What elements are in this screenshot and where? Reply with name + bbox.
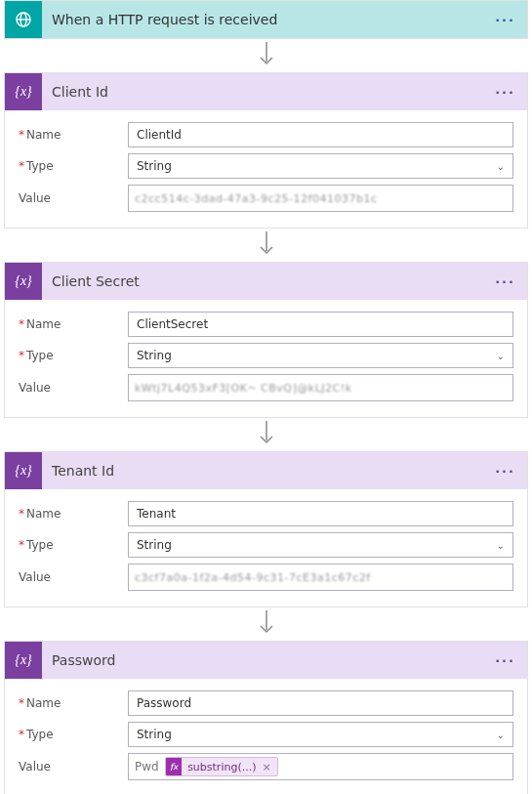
card-menu-button[interactable]: ··· (493, 460, 517, 482)
arrow-down-icon (258, 610, 275, 638)
variable-card[interactable]: {x}Tenant Id···*Name*TypeString⌄Valuec3c… (4, 451, 528, 607)
arrow-down-icon (258, 421, 275, 448)
token-remove-button[interactable]: × (260, 761, 276, 773)
connector (0, 229, 532, 262)
name-label: *Name (19, 128, 128, 142)
arrow-down-icon (258, 231, 275, 259)
connector (0, 418, 532, 451)
fx-icon: fx (166, 758, 182, 775)
variable-icon: {x} (5, 452, 42, 489)
type-label: *Type (19, 538, 128, 552)
name-label: *Name (19, 696, 128, 710)
card-menu-button[interactable]: ··· (493, 649, 517, 672)
value-label: Value (19, 760, 128, 773)
value-input[interactable]: kWtj7L4Q53xF3[OK~ CBvQ]@kLJ2C!k (128, 374, 513, 401)
variable-card[interactable]: {x}Client Id···*Name*TypeString⌄Valuec2c… (4, 72, 528, 229)
variable-card-title: Password (42, 652, 493, 668)
connector (0, 607, 532, 641)
type-label: *Type (19, 349, 128, 362)
chevron-down-icon: ⌄ (497, 351, 505, 361)
value-input[interactable]: c3cf7a0a-1f2a-4d54-9c31-7cE3a1c67c2f (128, 564, 513, 591)
name-input[interactable] (128, 690, 513, 716)
type-label: *Type (19, 728, 128, 741)
trigger-title: When a HTTP request is received (42, 12, 493, 27)
variable-card[interactable]: {x}Client Secret···*Name*TypeString⌄Valu… (4, 262, 528, 418)
card-menu-button[interactable]: ··· (493, 271, 517, 293)
variable-icon: {x} (5, 73, 42, 110)
variable-card[interactable]: {x}Password···*Name*TypeString⌄ValuePwdf… (4, 641, 528, 794)
type-select[interactable]: String⌄ (128, 532, 513, 558)
type-select[interactable]: String⌄ (128, 722, 513, 747)
variable-card-title: Tenant Id (42, 463, 493, 479)
type-select[interactable]: String⌄ (128, 343, 513, 368)
name-label: *Name (19, 507, 128, 521)
variable-card-title: Client Id (42, 84, 493, 100)
name-label: *Name (19, 317, 128, 331)
name-input[interactable] (128, 312, 513, 337)
name-input[interactable] (128, 122, 513, 147)
name-input[interactable] (128, 501, 513, 526)
chevron-down-icon: ⌄ (497, 161, 505, 172)
value-label: Value (19, 191, 128, 205)
variable-icon: {x} (5, 642, 42, 679)
globe-http-icon (5, 1, 42, 38)
type-select[interactable]: String⌄ (128, 153, 513, 179)
value-input[interactable]: Pwdfxsubstring(...)× (128, 753, 513, 780)
variable-card-title: Client Secret (42, 273, 493, 289)
card-menu-button[interactable]: ··· (493, 81, 517, 104)
connector (0, 39, 532, 72)
expression-token[interactable]: fxsubstring(...)× (165, 757, 278, 776)
trigger-card[interactable]: When a HTTP request is received··· (4, 0, 528, 39)
trigger-menu-button[interactable]: ··· (493, 9, 517, 31)
value-label: Value (19, 570, 128, 584)
chevron-down-icon: ⌄ (497, 730, 505, 740)
variable-icon: {x} (5, 263, 42, 300)
value-label: Value (19, 381, 128, 395)
arrow-down-icon (258, 42, 275, 69)
type-label: *Type (19, 159, 128, 173)
chevron-down-icon: ⌄ (497, 540, 505, 551)
value-input[interactable]: c2cc514c-3dad-47a3-9c25-12f041037b1c (128, 185, 513, 212)
